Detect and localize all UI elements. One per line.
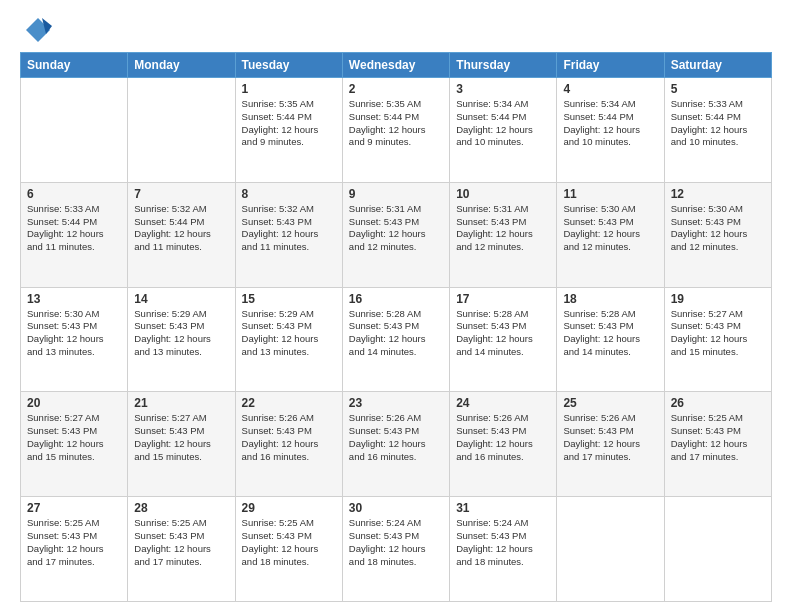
day-detail: Sunrise: 5:29 AMSunset: 5:43 PMDaylight:…	[242, 308, 319, 357]
calendar-cell: 9Sunrise: 5:31 AMSunset: 5:43 PMDaylight…	[342, 182, 449, 287]
day-number: 29	[242, 501, 336, 515]
calendar-cell: 29Sunrise: 5:25 AMSunset: 5:43 PMDayligh…	[235, 497, 342, 602]
day-detail: Sunrise: 5:35 AMSunset: 5:44 PMDaylight:…	[349, 98, 426, 147]
calendar-cell: 12Sunrise: 5:30 AMSunset: 5:43 PMDayligh…	[664, 182, 771, 287]
day-number: 16	[349, 292, 443, 306]
day-detail: Sunrise: 5:26 AMSunset: 5:43 PMDaylight:…	[456, 412, 533, 461]
col-saturday: Saturday	[664, 53, 771, 78]
day-number: 11	[563, 187, 657, 201]
calendar-cell: 20Sunrise: 5:27 AMSunset: 5:43 PMDayligh…	[21, 392, 128, 497]
day-detail: Sunrise: 5:27 AMSunset: 5:43 PMDaylight:…	[671, 308, 748, 357]
logo	[20, 16, 52, 44]
day-detail: Sunrise: 5:27 AMSunset: 5:43 PMDaylight:…	[134, 412, 211, 461]
calendar-cell: 6Sunrise: 5:33 AMSunset: 5:44 PMDaylight…	[21, 182, 128, 287]
day-number: 5	[671, 82, 765, 96]
calendar-cell: 26Sunrise: 5:25 AMSunset: 5:43 PMDayligh…	[664, 392, 771, 497]
calendar-header: Sunday Monday Tuesday Wednesday Thursday…	[21, 53, 772, 78]
header-row: Sunday Monday Tuesday Wednesday Thursday…	[21, 53, 772, 78]
day-number: 22	[242, 396, 336, 410]
col-wednesday: Wednesday	[342, 53, 449, 78]
header	[20, 16, 772, 44]
day-number: 13	[27, 292, 121, 306]
day-number: 21	[134, 396, 228, 410]
calendar-cell: 11Sunrise: 5:30 AMSunset: 5:43 PMDayligh…	[557, 182, 664, 287]
calendar-cell: 27Sunrise: 5:25 AMSunset: 5:43 PMDayligh…	[21, 497, 128, 602]
day-detail: Sunrise: 5:26 AMSunset: 5:43 PMDaylight:…	[242, 412, 319, 461]
calendar-cell: 4Sunrise: 5:34 AMSunset: 5:44 PMDaylight…	[557, 78, 664, 183]
calendar-table: Sunday Monday Tuesday Wednesday Thursday…	[20, 52, 772, 602]
col-sunday: Sunday	[21, 53, 128, 78]
calendar-cell: 21Sunrise: 5:27 AMSunset: 5:43 PMDayligh…	[128, 392, 235, 497]
calendar-cell	[21, 78, 128, 183]
day-number: 1	[242, 82, 336, 96]
day-detail: Sunrise: 5:28 AMSunset: 5:43 PMDaylight:…	[456, 308, 533, 357]
calendar-cell: 8Sunrise: 5:32 AMSunset: 5:43 PMDaylight…	[235, 182, 342, 287]
day-detail: Sunrise: 5:25 AMSunset: 5:43 PMDaylight:…	[27, 517, 104, 566]
calendar-cell: 16Sunrise: 5:28 AMSunset: 5:43 PMDayligh…	[342, 287, 449, 392]
calendar-cell	[557, 497, 664, 602]
col-tuesday: Tuesday	[235, 53, 342, 78]
calendar-cell: 14Sunrise: 5:29 AMSunset: 5:43 PMDayligh…	[128, 287, 235, 392]
day-number: 30	[349, 501, 443, 515]
day-number: 15	[242, 292, 336, 306]
day-number: 26	[671, 396, 765, 410]
calendar-week-row: 1Sunrise: 5:35 AMSunset: 5:44 PMDaylight…	[21, 78, 772, 183]
calendar-cell: 13Sunrise: 5:30 AMSunset: 5:43 PMDayligh…	[21, 287, 128, 392]
calendar-cell: 1Sunrise: 5:35 AMSunset: 5:44 PMDaylight…	[235, 78, 342, 183]
day-detail: Sunrise: 5:33 AMSunset: 5:44 PMDaylight:…	[671, 98, 748, 147]
calendar-week-row: 6Sunrise: 5:33 AMSunset: 5:44 PMDaylight…	[21, 182, 772, 287]
calendar-cell	[664, 497, 771, 602]
day-number: 10	[456, 187, 550, 201]
col-friday: Friday	[557, 53, 664, 78]
day-detail: Sunrise: 5:28 AMSunset: 5:43 PMDaylight:…	[349, 308, 426, 357]
day-number: 27	[27, 501, 121, 515]
day-detail: Sunrise: 5:29 AMSunset: 5:43 PMDaylight:…	[134, 308, 211, 357]
calendar-cell: 30Sunrise: 5:24 AMSunset: 5:43 PMDayligh…	[342, 497, 449, 602]
day-detail: Sunrise: 5:31 AMSunset: 5:43 PMDaylight:…	[456, 203, 533, 252]
day-detail: Sunrise: 5:26 AMSunset: 5:43 PMDaylight:…	[349, 412, 426, 461]
day-number: 9	[349, 187, 443, 201]
day-number: 17	[456, 292, 550, 306]
day-detail: Sunrise: 5:27 AMSunset: 5:43 PMDaylight:…	[27, 412, 104, 461]
logo-icon	[24, 16, 52, 44]
calendar-cell: 25Sunrise: 5:26 AMSunset: 5:43 PMDayligh…	[557, 392, 664, 497]
day-detail: Sunrise: 5:34 AMSunset: 5:44 PMDaylight:…	[563, 98, 640, 147]
day-number: 28	[134, 501, 228, 515]
calendar-week-row: 13Sunrise: 5:30 AMSunset: 5:43 PMDayligh…	[21, 287, 772, 392]
calendar-cell: 7Sunrise: 5:32 AMSunset: 5:44 PMDaylight…	[128, 182, 235, 287]
day-detail: Sunrise: 5:33 AMSunset: 5:44 PMDaylight:…	[27, 203, 104, 252]
day-number: 25	[563, 396, 657, 410]
calendar-cell: 10Sunrise: 5:31 AMSunset: 5:43 PMDayligh…	[450, 182, 557, 287]
day-number: 4	[563, 82, 657, 96]
calendar-cell	[128, 78, 235, 183]
page: Sunday Monday Tuesday Wednesday Thursday…	[0, 0, 792, 612]
day-number: 24	[456, 396, 550, 410]
day-detail: Sunrise: 5:25 AMSunset: 5:43 PMDaylight:…	[242, 517, 319, 566]
day-detail: Sunrise: 5:24 AMSunset: 5:43 PMDaylight:…	[349, 517, 426, 566]
day-number: 14	[134, 292, 228, 306]
day-detail: Sunrise: 5:26 AMSunset: 5:43 PMDaylight:…	[563, 412, 640, 461]
calendar-cell: 23Sunrise: 5:26 AMSunset: 5:43 PMDayligh…	[342, 392, 449, 497]
day-detail: Sunrise: 5:28 AMSunset: 5:43 PMDaylight:…	[563, 308, 640, 357]
day-number: 7	[134, 187, 228, 201]
day-number: 23	[349, 396, 443, 410]
calendar-cell: 24Sunrise: 5:26 AMSunset: 5:43 PMDayligh…	[450, 392, 557, 497]
day-number: 18	[563, 292, 657, 306]
day-number: 3	[456, 82, 550, 96]
day-detail: Sunrise: 5:24 AMSunset: 5:43 PMDaylight:…	[456, 517, 533, 566]
calendar-body: 1Sunrise: 5:35 AMSunset: 5:44 PMDaylight…	[21, 78, 772, 602]
day-detail: Sunrise: 5:35 AMSunset: 5:44 PMDaylight:…	[242, 98, 319, 147]
calendar-cell: 19Sunrise: 5:27 AMSunset: 5:43 PMDayligh…	[664, 287, 771, 392]
calendar-cell: 3Sunrise: 5:34 AMSunset: 5:44 PMDaylight…	[450, 78, 557, 183]
calendar-cell: 28Sunrise: 5:25 AMSunset: 5:43 PMDayligh…	[128, 497, 235, 602]
day-detail: Sunrise: 5:34 AMSunset: 5:44 PMDaylight:…	[456, 98, 533, 147]
calendar-cell: 18Sunrise: 5:28 AMSunset: 5:43 PMDayligh…	[557, 287, 664, 392]
day-number: 19	[671, 292, 765, 306]
day-detail: Sunrise: 5:30 AMSunset: 5:43 PMDaylight:…	[27, 308, 104, 357]
day-number: 2	[349, 82, 443, 96]
col-thursday: Thursday	[450, 53, 557, 78]
day-detail: Sunrise: 5:25 AMSunset: 5:43 PMDaylight:…	[671, 412, 748, 461]
col-monday: Monday	[128, 53, 235, 78]
day-detail: Sunrise: 5:30 AMSunset: 5:43 PMDaylight:…	[563, 203, 640, 252]
calendar-cell: 22Sunrise: 5:26 AMSunset: 5:43 PMDayligh…	[235, 392, 342, 497]
